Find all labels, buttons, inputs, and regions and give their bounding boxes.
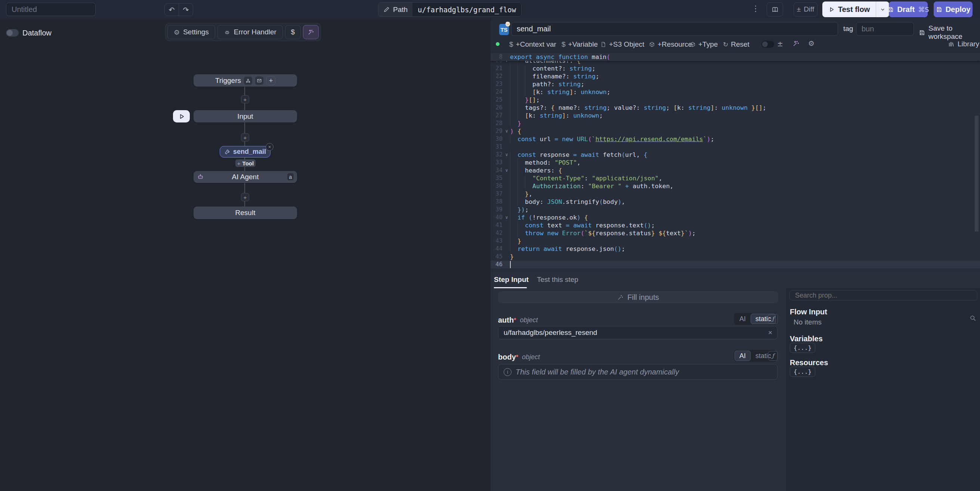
add-resource-button[interactable]: +Resource bbox=[649, 40, 692, 49]
body-expression-button[interactable]: ƒ bbox=[768, 351, 778, 361]
code-line-35[interactable]: 35"Content-Type": "application/json", bbox=[490, 174, 980, 182]
mail-icon bbox=[257, 78, 262, 83]
code-line-39[interactable]: 39}); bbox=[490, 206, 980, 214]
more-menu-button[interactable]: ⋮ bbox=[752, 4, 760, 13]
code-line-44[interactable]: 44return await response.json(); bbox=[490, 245, 980, 253]
draft-button[interactable]: Draft ⌘S bbox=[889, 2, 928, 17]
code-line-22[interactable]: 22filename?: string; bbox=[490, 72, 980, 80]
insert-step-button-2[interactable]: + bbox=[241, 133, 249, 141]
code-line-8[interactable]: 8export async function main( bbox=[490, 53, 980, 61]
add-trigger-button[interactable]: + bbox=[266, 76, 275, 85]
code-line-29[interactable]: 29∨) { bbox=[490, 127, 980, 135]
deploy-button[interactable]: Deploy bbox=[934, 2, 972, 17]
code-line-28[interactable]: 28} bbox=[490, 119, 980, 127]
variables-object-badge[interactable]: {...} bbox=[790, 343, 815, 353]
auth-value-input[interactable] bbox=[498, 326, 778, 339]
flow-canvas[interactable]: Dataflow ⚙ Settings Error Handler $ Trig… bbox=[0, 19, 490, 491]
auth-expression-button[interactable]: ƒ bbox=[768, 314, 778, 324]
redo-button[interactable]: ↷ bbox=[178, 4, 193, 16]
docs-button[interactable] bbox=[767, 2, 783, 16]
fold-chevron-icon[interactable]: ∨ bbox=[504, 151, 509, 159]
code-text: body: JSON.stringify(body), bbox=[510, 198, 625, 206]
line-number: 23 bbox=[490, 80, 503, 88]
result-node[interactable]: Result bbox=[194, 207, 297, 219]
code-line-27[interactable]: 27[k: string]: unknown; bbox=[490, 112, 980, 119]
add-s3-object-button[interactable]: +S3 Object bbox=[600, 40, 644, 49]
triggers-node[interactable]: Triggers + bbox=[194, 74, 297, 87]
undo-redo-group: ↶ ↷ bbox=[164, 3, 193, 16]
code-line-30[interactable]: 30const url = new URL(`https://api.resen… bbox=[490, 135, 980, 143]
undo-button[interactable]: ↶ bbox=[165, 4, 178, 16]
path-box[interactable]: Path u/farhadglbs/grand_flow bbox=[378, 2, 522, 17]
clear-auth-button[interactable]: × bbox=[768, 329, 772, 337]
flow-summary-input[interactable] bbox=[6, 3, 95, 16]
assistant-toggle[interactable] bbox=[761, 41, 774, 48]
tab-step-input[interactable]: Step Input bbox=[494, 276, 529, 288]
fill-inputs-button[interactable]: Fill inputs bbox=[498, 291, 778, 303]
ai-assistant-button[interactable] bbox=[303, 25, 319, 39]
code-line-24[interactable]: 24[k: string]: unknown; bbox=[490, 88, 980, 96]
variables-dollar-button[interactable]: $ bbox=[285, 25, 301, 39]
editor-scrollbar-thumb[interactable] bbox=[975, 116, 978, 232]
code-line-36[interactable]: 36Authorization: "Bearer " + auth.token, bbox=[490, 182, 980, 190]
add-type-button[interactable]: +Type bbox=[690, 40, 718, 49]
code-line-21[interactable]: 21content?: string; bbox=[490, 65, 980, 72]
code-line-31[interactable]: 31 bbox=[490, 143, 980, 151]
code-line-32[interactable]: 32∨const response = await fetch(url, { bbox=[490, 151, 980, 159]
dataflow-toggle[interactable] bbox=[6, 29, 19, 37]
body-ai-mode-button[interactable]: AI bbox=[735, 351, 751, 361]
code-line-34[interactable]: 34∨headers: { bbox=[490, 167, 980, 174]
editor-settings-button[interactable]: ⚙ bbox=[808, 39, 815, 48]
code-line-42[interactable]: 42throw new Error(`${response.status} ${… bbox=[490, 229, 980, 237]
code-line-45[interactable]: 45} bbox=[490, 253, 980, 261]
code-line-38[interactable]: 38body: JSON.stringify(body), bbox=[490, 198, 980, 206]
input-node[interactable]: Input bbox=[194, 110, 297, 122]
save-to-workspace-button[interactable]: Save to workspace bbox=[919, 24, 980, 41]
ai-fix-button[interactable] bbox=[792, 40, 800, 47]
send-mail-tool-node[interactable]: send_mail bbox=[220, 146, 270, 157]
email-trigger-button[interactable] bbox=[255, 76, 263, 85]
auth-ai-mode-button[interactable]: AI bbox=[735, 314, 751, 324]
webhook-trigger-button[interactable] bbox=[244, 76, 252, 85]
add-context-var-button[interactable]: $+Context var bbox=[509, 40, 556, 49]
remove-tool-button[interactable]: × bbox=[266, 143, 274, 151]
diff-mode-button[interactable]: ± bbox=[777, 40, 783, 48]
code-line-43[interactable]: 43} bbox=[490, 237, 980, 245]
tab-test-this-step[interactable]: Test this step bbox=[537, 276, 578, 288]
diff-button[interactable]: ± Diff bbox=[794, 2, 818, 16]
code-line-26[interactable]: 26tags?: { name?: string; value?: string… bbox=[490, 104, 980, 112]
document-icon bbox=[600, 41, 606, 48]
reset-code-button[interactable]: ↻ Reset bbox=[723, 40, 749, 49]
flow-settings-button[interactable]: ⚙ Settings bbox=[167, 25, 215, 39]
fold-chevron-icon[interactable]: ∨ bbox=[504, 214, 509, 221]
tag-input[interactable] bbox=[856, 22, 914, 36]
search-prop-input[interactable] bbox=[789, 290, 977, 300]
code-editor[interactable]: 8export async function main(20∨attachmen… bbox=[490, 53, 980, 273]
run-input-button[interactable] bbox=[173, 110, 190, 122]
code-text: content?: string; bbox=[510, 65, 595, 72]
code-line-33[interactable]: 33method: "POST", bbox=[490, 159, 980, 167]
code-line-41[interactable]: 41const text = await response.text(); bbox=[490, 221, 980, 229]
code-line-37[interactable]: 37}, bbox=[490, 190, 980, 198]
code-line-25[interactable]: 25}[]; bbox=[490, 96, 980, 104]
error-handler-button[interactable]: Error Handler bbox=[218, 25, 283, 39]
line-number: 34 bbox=[490, 167, 503, 174]
fold-chevron-icon[interactable]: ∨ bbox=[504, 167, 509, 174]
search-icon[interactable] bbox=[969, 315, 977, 322]
code-line-46[interactable]: 46 bbox=[490, 261, 980, 269]
insert-step-button-1[interactable]: + bbox=[241, 95, 249, 103]
code-line-40[interactable]: 40∨if (!response.ok) { bbox=[490, 214, 980, 221]
resources-object-badge[interactable]: {...} bbox=[790, 367, 815, 377]
fold-chevron-icon[interactable]: ∨ bbox=[504, 127, 509, 135]
add-variable-button[interactable]: $+Variable bbox=[562, 40, 598, 49]
required-asterisk: * bbox=[516, 354, 518, 361]
line-number: 41 bbox=[490, 221, 503, 229]
script-name-input[interactable] bbox=[511, 22, 838, 36]
insert-step-button-3[interactable]: + bbox=[241, 193, 249, 201]
test-flow-button[interactable]: Test flow bbox=[822, 2, 876, 17]
ai-agent-node[interactable]: AI Agent a bbox=[194, 171, 297, 183]
code-line-23[interactable]: 23path?: string; bbox=[490, 80, 980, 88]
library-button[interactable]: Library bbox=[948, 40, 979, 48]
path-edit[interactable]: Path bbox=[379, 3, 412, 16]
add-tool-button[interactable]: + Tool bbox=[235, 159, 256, 167]
